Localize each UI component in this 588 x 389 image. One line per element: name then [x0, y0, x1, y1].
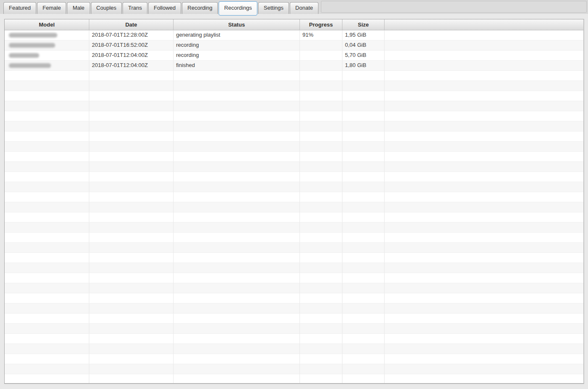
- cell-filler: [385, 283, 583, 293]
- column-header-date[interactable]: Date: [89, 19, 174, 30]
- cell-status: recording: [174, 40, 300, 51]
- table-row-empty: [5, 212, 583, 223]
- column-header-model[interactable]: Model: [5, 19, 89, 30]
- tab-recordings[interactable]: Recordings: [219, 1, 257, 16]
- table-row-empty: [5, 111, 583, 121]
- table-row[interactable]: 2018-07-01T12:04:00Zfinished1,80 GiB: [5, 61, 583, 71]
- table-row-empty: [5, 273, 583, 283]
- tab-settings[interactable]: Settings: [258, 2, 289, 14]
- cell-size: [342, 212, 385, 223]
- table-row-empty: [5, 233, 583, 243]
- cell-size: [342, 162, 385, 172]
- cell-size: [342, 324, 385, 334]
- cell-progress: [300, 91, 342, 101]
- cell-progress: [300, 233, 342, 243]
- table-row-empty: [5, 243, 583, 253]
- cell-progress: [300, 101, 342, 111]
- tab-recording[interactable]: Recording: [182, 2, 218, 14]
- cell-progress: [300, 121, 342, 131]
- tab-couples[interactable]: Couples: [91, 2, 122, 14]
- cell-size: [342, 223, 385, 233]
- cell-size: [342, 374, 385, 384]
- cell-filler: [385, 223, 583, 233]
- cell-filler: [385, 131, 583, 142]
- cell-filler: [385, 51, 583, 61]
- cell-date: [89, 374, 174, 384]
- column-header-filler: [385, 19, 583, 30]
- cell-date: [89, 344, 174, 354]
- cell-progress: [300, 223, 342, 233]
- cell-status: generating playlist: [174, 30, 300, 40]
- table-row[interactable]: 2018-07-01T12:28:00Zgenerating playlist9…: [5, 30, 583, 40]
- table-row-empty: [5, 182, 583, 192]
- cell-date: 2018-07-01T12:04:00Z: [89, 51, 174, 61]
- cell-size: 5,70 GiB: [342, 51, 385, 61]
- cell-size: [342, 202, 385, 212]
- cell-model: [5, 101, 89, 111]
- cell-size: [342, 253, 385, 263]
- tab-featured[interactable]: Featured: [3, 2, 36, 14]
- cell-status: [174, 101, 300, 111]
- cell-date: [89, 283, 174, 293]
- cell-size: 1,95 GiB: [342, 30, 385, 40]
- cell-progress: [300, 344, 342, 354]
- cell-model: [5, 111, 89, 121]
- cell-filler: [385, 142, 583, 152]
- tab-female[interactable]: Female: [37, 2, 66, 14]
- cell-model: [5, 233, 89, 243]
- cell-status: [174, 374, 300, 384]
- cell-progress: [300, 81, 342, 91]
- cell-progress: [300, 303, 342, 314]
- cell-status: [174, 263, 300, 273]
- cell-model: [5, 374, 89, 384]
- cell-progress: [300, 40, 342, 51]
- cell-date: [89, 364, 174, 374]
- table-row[interactable]: 2018-07-01T16:52:00Zrecording0,04 GiB: [5, 40, 583, 51]
- column-header-size[interactable]: Size: [342, 19, 385, 30]
- tab-male[interactable]: Male: [67, 2, 90, 14]
- cell-filler: [385, 30, 583, 40]
- cell-model: [5, 283, 89, 293]
- cell-progress: [300, 293, 342, 303]
- table-row-empty: [5, 101, 583, 111]
- cell-status: [174, 142, 300, 152]
- cell-status: [174, 71, 300, 81]
- cell-date: [89, 172, 174, 182]
- cell-status: [174, 293, 300, 303]
- cell-filler: [385, 233, 583, 243]
- table-row-empty: [5, 131, 583, 142]
- cell-model: [5, 212, 89, 223]
- redacted-model-name: [9, 63, 51, 68]
- cell-size: [342, 364, 385, 374]
- cell-date: [89, 192, 174, 202]
- cell-filler: [385, 202, 583, 212]
- cell-status: [174, 364, 300, 374]
- cell-status: [174, 253, 300, 263]
- cell-status: [174, 354, 300, 364]
- column-header-progress[interactable]: Progress: [300, 19, 342, 30]
- table-row[interactable]: 2018-07-01T12:04:00Zrecording5,70 GiB: [5, 51, 583, 61]
- cell-progress: [300, 364, 342, 374]
- cell-filler: [385, 374, 583, 384]
- cell-model: [5, 293, 89, 303]
- cell-date: [89, 162, 174, 172]
- tab-trans[interactable]: Trans: [123, 2, 147, 14]
- cell-model: [5, 51, 89, 61]
- cell-filler: [385, 101, 583, 111]
- tab-followed[interactable]: Followed: [148, 2, 181, 14]
- cell-model: [5, 162, 89, 172]
- cell-date: [89, 91, 174, 101]
- cell-date: [89, 233, 174, 243]
- cell-date: [89, 121, 174, 131]
- cell-status: [174, 324, 300, 334]
- cell-progress: [300, 182, 342, 192]
- cell-model: [5, 202, 89, 212]
- cell-size: [342, 71, 385, 81]
- cell-date: [89, 212, 174, 223]
- tab-donate[interactable]: Donate: [290, 2, 318, 14]
- cell-filler: [385, 364, 583, 374]
- cell-size: [342, 303, 385, 314]
- column-header-status[interactable]: Status: [174, 19, 300, 30]
- cell-status: [174, 192, 300, 202]
- cell-size: [342, 334, 385, 344]
